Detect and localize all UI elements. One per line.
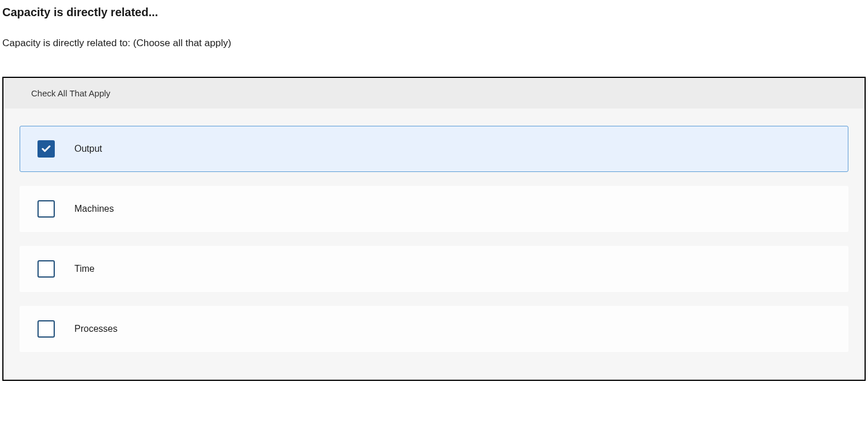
option-row-processes[interactable]: Processes — [20, 306, 848, 352]
checkbox-icon — [37, 140, 55, 158]
question-title: Capacity is directly related... — [2, 6, 866, 19]
answer-panel: Check All That Apply Output Machines — [2, 77, 866, 381]
option-row-machines[interactable]: Machines — [20, 186, 848, 232]
option-label: Processes — [74, 324, 118, 334]
question-prompt: Capacity is directly related to: (Choose… — [2, 38, 866, 49]
options-container: Output Machines Time — [3, 108, 865, 380]
option-row-time[interactable]: Time — [20, 246, 848, 292]
option-label: Machines — [74, 204, 114, 214]
option-label: Time — [74, 264, 95, 274]
checkbox-icon — [37, 320, 55, 338]
option-row-output[interactable]: Output — [20, 126, 848, 172]
panel-header: Check All That Apply — [3, 78, 865, 108]
checkbox-icon — [37, 260, 55, 278]
option-label: Output — [74, 144, 102, 154]
checkbox-icon — [37, 200, 55, 218]
